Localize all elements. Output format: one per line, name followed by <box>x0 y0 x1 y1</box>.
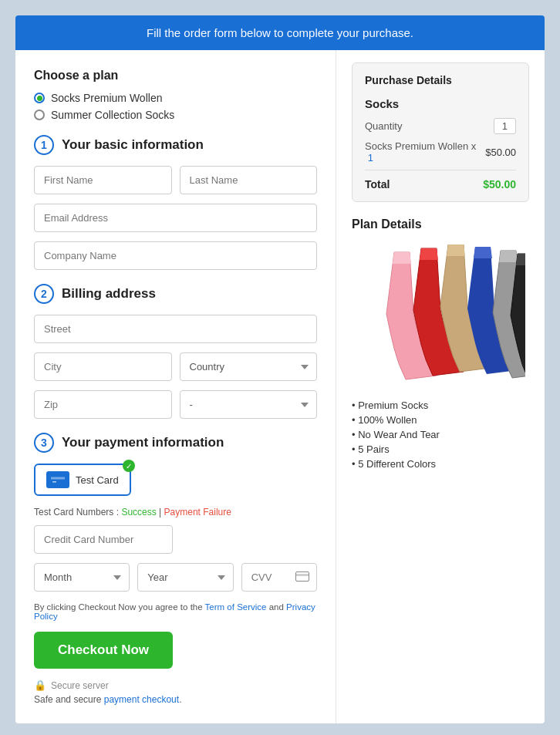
test-card-info: Test Card Numbers : Success | Payment Fa… <box>34 507 317 518</box>
item-x-link[interactable]: 1 <box>368 152 373 164</box>
page-wrapper: Fill the order form below to complete yo… <box>15 15 545 723</box>
company-input[interactable] <box>34 241 317 270</box>
svg-rect-2 <box>52 481 56 483</box>
year-select[interactable]: Year 202420252026 202720282029 <box>137 563 233 592</box>
lock-icon: 🔒 <box>34 679 46 691</box>
svg-rect-4 <box>295 574 309 576</box>
credit-number-row <box>34 525 317 554</box>
card-selector[interactable]: Test Card ✓ <box>34 464 131 496</box>
step2-header: 2 Billing address <box>34 284 317 304</box>
banner-text: Fill the order form below to complete yo… <box>147 26 413 39</box>
credit-number-input[interactable] <box>34 525 173 554</box>
step2-circle: 2 <box>34 284 54 304</box>
month-select[interactable]: Month 010203 040506 070809 101112 <box>34 563 130 592</box>
success-link[interactable]: Success <box>121 507 156 518</box>
email-row <box>34 204 317 232</box>
radio-summer[interactable] <box>34 110 45 120</box>
svg-rect-3 <box>295 571 309 581</box>
street-row <box>34 315 317 343</box>
safe-text: Safe and secure payment checkout. <box>34 694 317 705</box>
plan-summer-label: Summer Collection Socks <box>51 109 174 121</box>
plan-option-premium[interactable]: Socks Premium Wollen <box>34 92 317 104</box>
quantity-row: Quantity 1 <box>365 118 516 134</box>
cvv-wrapper <box>241 563 317 592</box>
top-banner: Fill the order form below to complete yo… <box>15 15 545 50</box>
cvv-card-icon <box>295 571 309 585</box>
step1-title: Your basic information <box>62 137 204 153</box>
secure-row: 🔒 Secure server <box>34 679 317 691</box>
secure-label: Secure server <box>51 680 109 691</box>
feature-2: 100% Wollen <box>352 414 529 426</box>
card-icon <box>46 471 69 488</box>
plan-premium-label: Socks Premium Wollen <box>51 92 162 104</box>
quantity-value: 1 <box>494 118 516 134</box>
street-input[interactable] <box>34 315 317 343</box>
step1-header: 1 Your basic information <box>34 135 317 155</box>
email-input[interactable] <box>34 204 317 232</box>
country-select[interactable]: Country United States United Kingdom Can… <box>180 352 318 381</box>
right-panel: Purchase Details Socks Quantity 1 Socks … <box>336 50 545 723</box>
plan-features-list: Premium Socks 100% Wollen No Wear And Te… <box>352 400 529 470</box>
step1-circle: 1 <box>34 135 54 155</box>
card-check-icon: ✓ <box>123 460 135 472</box>
credit-card-svg <box>51 475 65 484</box>
quantity-label: Quantity <box>365 120 402 132</box>
total-row: Total $50.00 <box>365 170 516 190</box>
svg-rect-0 <box>51 475 65 484</box>
product-name: Socks <box>365 97 516 110</box>
step3-title: Your payment information <box>62 435 224 450</box>
last-name-input[interactable] <box>180 166 318 194</box>
purchase-details-box: Purchase Details Socks Quantity 1 Socks … <box>352 62 529 202</box>
feature-1: Premium Socks <box>352 400 529 411</box>
terms-link1[interactable]: Term of Service <box>205 602 267 612</box>
svg-rect-1 <box>51 477 65 480</box>
zip-input[interactable] <box>34 390 172 419</box>
terms-text: By clicking Checkout Now you agree to th… <box>34 602 317 621</box>
total-label: Total <box>365 178 390 190</box>
item-price-row: Socks Premium Wollen x 1 $50.00 <box>365 140 516 164</box>
payment-checkout-link[interactable]: payment checkout <box>104 694 179 705</box>
main-container: Choose a plan Socks Premium Wollen Summe… <box>15 50 545 723</box>
feature-3: No Wear And Tear <box>352 429 529 440</box>
failure-link[interactable]: Payment Failure <box>164 507 231 518</box>
company-row <box>34 241 317 270</box>
item-label: Socks Premium Wollen x 1 <box>365 140 485 164</box>
card-label-text: Test Card <box>76 474 119 486</box>
choose-plan-title: Choose a plan <box>34 69 317 83</box>
terms-before: By clicking Checkout Now you agree to th… <box>34 602 205 612</box>
plan-option-summer[interactable]: Summer Collection Socks <box>34 109 317 121</box>
state-select[interactable]: - AL CA NY TX <box>180 390 318 419</box>
checkout-button[interactable]: Checkout Now <box>34 632 173 669</box>
feature-5: 5 Different Colors <box>352 458 529 470</box>
test-card-prefix: Test Card Numbers : <box>34 507 121 518</box>
first-name-input[interactable] <box>34 166 172 194</box>
terms-mid: and <box>269 602 286 612</box>
purchase-details-title: Purchase Details <box>365 74 516 86</box>
plan-details-title: Plan Details <box>352 217 529 231</box>
item-price: $50.00 <box>485 147 516 158</box>
radio-premium[interactable] <box>34 93 45 103</box>
total-price: $50.00 <box>483 178 516 190</box>
step3-circle: 3 <box>34 433 54 453</box>
zip-state-row: - AL CA NY TX <box>34 390 317 419</box>
step3-header: 3 Your payment information <box>34 433 317 453</box>
feature-4: 5 Pairs <box>352 443 529 455</box>
socks-image <box>352 242 529 389</box>
left-panel: Choose a plan Socks Premium Wollen Summe… <box>15 50 336 723</box>
name-row <box>34 166 317 194</box>
city-country-row: Country United States United Kingdom Can… <box>34 352 317 381</box>
step2-title: Billing address <box>62 286 156 302</box>
cvv-row: Month 010203 040506 070809 101112 Year 2… <box>34 563 317 592</box>
city-input[interactable] <box>34 352 172 381</box>
